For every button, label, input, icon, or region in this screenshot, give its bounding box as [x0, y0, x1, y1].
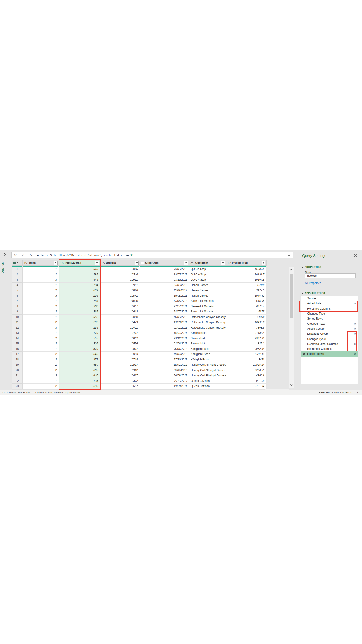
- applied-step-added-index[interactable]: Added Index⚙: [301, 301, 358, 306]
- table-cell[interactable]: 3: [23, 357, 59, 362]
- row-number[interactable]: 23: [12, 384, 23, 389]
- table-cell[interactable]: 13/02/2012: [140, 288, 189, 293]
- table-cell[interactable]: 232: [59, 320, 100, 325]
- table-cell[interactable]: QUICK-Stop: [189, 272, 226, 278]
- row-number[interactable]: 3: [12, 277, 23, 282]
- scroll-down-icon[interactable]: [290, 383, 292, 386]
- applied-step-expanded-group[interactable]: Expanded Group⚙: [301, 331, 358, 336]
- table-cell[interactable]: 28/07/2011: [140, 309, 189, 314]
- table-cell[interactable]: 10540: [100, 272, 140, 278]
- column-dropdown-icon[interactable]: [221, 261, 225, 265]
- table-cell[interactable]: 646: [59, 352, 100, 357]
- table-cell[interactable]: 10802: [100, 336, 140, 341]
- table-cell[interactable]: 10372: [100, 378, 140, 384]
- table-cell[interactable]: Hungry Owl All-Night Grocers: [189, 362, 226, 368]
- all-properties-link[interactable]: All Properties: [305, 282, 321, 285]
- table-cell[interactable]: 02/02/2012: [140, 266, 189, 272]
- table-cell[interactable]: 16387.5: [226, 266, 267, 272]
- table-cell[interactable]: 10191.7: [226, 272, 267, 278]
- table-cell[interactable]: 03/10/2011: [140, 277, 189, 282]
- table-cell[interactable]: 10718: [100, 357, 140, 362]
- row-number[interactable]: 16: [12, 346, 23, 352]
- table-cell[interactable]: 15810: [226, 282, 267, 288]
- table-cell[interactable]: 3: [23, 341, 59, 346]
- table-cell[interactable]: 10897: [100, 362, 140, 368]
- row-number[interactable]: 19: [12, 362, 23, 368]
- table-cell[interactable]: 10835.24: [226, 362, 267, 368]
- column-header-invoicetotal[interactable]: 1.2InvoiceTotal: [226, 260, 267, 266]
- table-cell[interactable]: 170: [59, 330, 100, 336]
- table-cell[interactable]: 471: [59, 357, 100, 362]
- gear-icon[interactable]: ⚙: [354, 342, 356, 346]
- column-header-indexoverall[interactable]: 123IndexOverall: [59, 260, 100, 266]
- row-number[interactable]: 1: [12, 266, 23, 272]
- table-cell[interactable]: 11380: [226, 314, 267, 320]
- row-number[interactable]: 21: [12, 373, 23, 378]
- table-cell[interactable]: Save-a-lot Markets: [189, 298, 226, 304]
- table-cell[interactable]: Hanari Carnes: [189, 282, 226, 288]
- table-cell[interactable]: 9210.9: [226, 378, 267, 384]
- table-cell[interactable]: Save-a-lot Markets: [189, 309, 226, 314]
- table-cell[interactable]: 11188.4: [226, 330, 267, 336]
- table-cell[interactable]: Rattlesnake Canyon Grocery: [189, 314, 226, 320]
- table-cell[interactable]: 2: [23, 304, 59, 309]
- table-cell[interactable]: 618: [59, 266, 100, 272]
- table-cell[interactable]: 10952.84: [226, 346, 267, 352]
- applied-step-source[interactable]: Source: [301, 296, 358, 301]
- row-number[interactable]: 4: [12, 282, 23, 288]
- table-cell[interactable]: 27/10/2011: [140, 357, 189, 362]
- table-cell[interactable]: 5502.11: [226, 352, 267, 357]
- table-cell[interactable]: 06/01/2012: [140, 346, 189, 352]
- row-number[interactable]: 22: [12, 378, 23, 384]
- table-cell[interactable]: Simons bistro: [189, 330, 226, 336]
- table-cell[interactable]: 10889: [100, 314, 140, 320]
- applied-step-grouped-rows[interactable]: Grouped Rows⚙: [301, 321, 358, 326]
- table-cell[interactable]: 19/08/2011: [140, 384, 189, 389]
- properties-section-header[interactable]: PROPERTIES: [302, 266, 321, 268]
- table-cell[interactable]: 360: [59, 304, 100, 309]
- table-cell[interactable]: 10981: [100, 282, 140, 288]
- table-cell[interactable]: 19/02/2012: [140, 362, 189, 368]
- row-number[interactable]: 11: [12, 320, 23, 325]
- table-cell[interactable]: 10691: [100, 277, 140, 282]
- table-cell[interactable]: QUICK-Stop: [189, 277, 226, 282]
- table-cell[interactable]: 10886: [100, 288, 140, 293]
- applied-step-changed-type[interactable]: Changed Type: [301, 311, 358, 316]
- table-cell[interactable]: Hanari Carnes: [189, 288, 226, 293]
- table-cell[interactable]: 1: [23, 330, 59, 336]
- table-cell[interactable]: 6375: [226, 309, 267, 314]
- table-cell[interactable]: 01/01/2011: [140, 325, 189, 330]
- queries-pane-tab[interactable]: Queries: [1, 262, 9, 273]
- table-cell[interactable]: 3: [23, 373, 59, 378]
- table-cell[interactable]: 3463: [226, 357, 267, 362]
- table-cell[interactable]: 16/01/2011: [140, 330, 189, 336]
- table-cell[interactable]: Königlich Essen: [189, 346, 226, 352]
- table-cell[interactable]: 1: [23, 266, 59, 272]
- table-cell[interactable]: 3868.6: [226, 325, 267, 330]
- column-header-index[interactable]: 123Index: [23, 260, 59, 266]
- table-cell[interactable]: 3: [23, 293, 59, 299]
- table-cell[interactable]: 30/09/2011: [140, 373, 189, 378]
- table-cell[interactable]: 309: [59, 341, 100, 346]
- row-number[interactable]: 9: [12, 309, 23, 314]
- row-number[interactable]: 15: [12, 341, 23, 346]
- row-number[interactable]: 7: [12, 298, 23, 304]
- select-all-cell[interactable]: [12, 260, 23, 266]
- table-cell[interactable]: 1946.52: [226, 293, 267, 299]
- table-cell[interactable]: 3: [23, 277, 59, 282]
- table-cell[interactable]: 22/07/2011: [140, 304, 189, 309]
- table-cell[interactable]: 19/05/2011: [140, 272, 189, 278]
- table-cell[interactable]: Simons bistro: [189, 341, 226, 346]
- table-cell[interactable]: 4960.9: [226, 373, 267, 378]
- table-cell[interactable]: 440: [59, 373, 100, 378]
- table-cell[interactable]: 125: [59, 378, 100, 384]
- table-cell[interactable]: Queen Cozinha: [189, 384, 226, 389]
- scroll-up-icon[interactable]: [290, 269, 292, 271]
- row-number[interactable]: 8: [12, 304, 23, 309]
- table-cell[interactable]: 835.2: [226, 341, 267, 346]
- table-cell[interactable]: 10556: [100, 341, 140, 346]
- row-number[interactable]: 10: [12, 314, 23, 320]
- table-cell[interactable]: 1: [23, 314, 59, 320]
- applied-step-renamed-columns[interactable]: Renamed Columns: [301, 306, 358, 311]
- vertical-scrollbar-thumb[interactable]: [290, 274, 293, 318]
